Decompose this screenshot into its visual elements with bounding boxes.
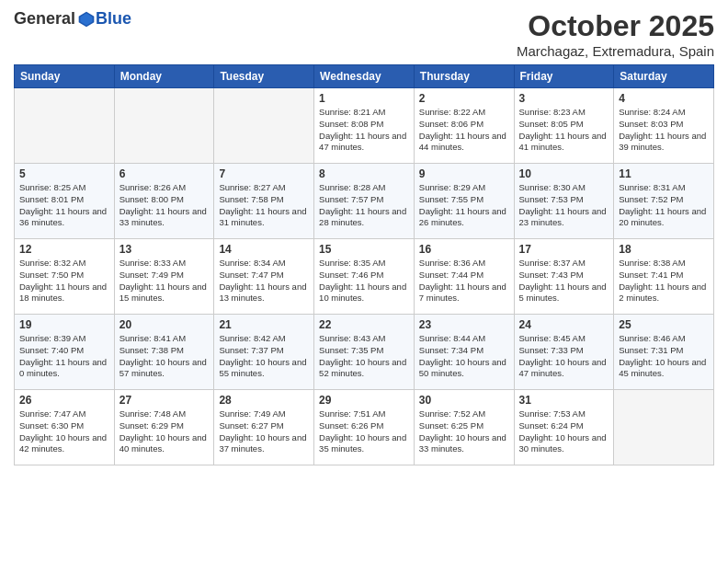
- logo-icon: [77, 10, 96, 29]
- day-info: Sunrise: 7:47 AMSunset: 6:30 PMDaylight:…: [19, 408, 109, 455]
- day-number: 21: [219, 318, 309, 331]
- day-info: Sunrise: 8:32 AMSunset: 7:50 PMDaylight:…: [19, 258, 109, 304]
- weekday-header: Thursday: [414, 65, 514, 88]
- calendar-cell: 19Sunrise: 8:39 AMSunset: 7:40 PMDayligh…: [15, 315, 115, 390]
- day-info: Sunrise: 8:31 AMSunset: 7:52 PMDaylight:…: [619, 182, 709, 229]
- day-number: 10: [519, 167, 609, 180]
- weekday-header: Saturday: [614, 65, 714, 88]
- calendar-cell: [114, 88, 214, 164]
- calendar-cell: 7Sunrise: 8:27 AMSunset: 7:58 PMDaylight…: [214, 164, 314, 239]
- calendar: SundayMondayTuesdayWednesdayThursdayFrid…: [14, 64, 714, 465]
- day-info: Sunrise: 8:21 AMSunset: 8:08 PMDaylight:…: [319, 107, 409, 154]
- day-number: 13: [119, 243, 210, 256]
- day-number: 7: [219, 167, 309, 180]
- day-info: Sunrise: 8:46 AMSunset: 7:31 PMDaylight:…: [619, 333, 709, 380]
- day-info: Sunrise: 8:22 AMSunset: 8:06 PMDaylight:…: [419, 107, 509, 154]
- calendar-cell: 2Sunrise: 8:22 AMSunset: 8:06 PMDaylight…: [414, 88, 514, 164]
- day-info: Sunrise: 8:34 AMSunset: 7:47 PMDaylight:…: [219, 258, 309, 304]
- calendar-cell: 18Sunrise: 8:38 AMSunset: 7:41 PMDayligh…: [614, 239, 714, 315]
- day-info: Sunrise: 8:36 AMSunset: 7:44 PMDaylight:…: [419, 258, 509, 304]
- day-number: 12: [19, 243, 109, 256]
- day-info: Sunrise: 8:33 AMSunset: 7:49 PMDaylight:…: [119, 258, 210, 304]
- day-number: 2: [419, 92, 509, 105]
- weekday-header: Friday: [514, 65, 614, 88]
- day-number: 31: [519, 394, 609, 407]
- day-number: 4: [619, 92, 709, 105]
- calendar-cell: 17Sunrise: 8:37 AMSunset: 7:43 PMDayligh…: [514, 239, 614, 315]
- day-info: Sunrise: 8:41 AMSunset: 7:38 PMDaylight:…: [119, 333, 210, 380]
- week-row: 5Sunrise: 8:25 AMSunset: 8:01 PMDaylight…: [15, 164, 714, 239]
- day-info: Sunrise: 7:53 AMSunset: 6:24 PMDaylight:…: [519, 408, 609, 455]
- calendar-cell: [614, 390, 714, 465]
- calendar-cell: 15Sunrise: 8:35 AMSunset: 7:46 PMDayligh…: [314, 239, 415, 315]
- day-info: Sunrise: 8:35 AMSunset: 7:46 PMDaylight:…: [319, 258, 409, 304]
- day-info: Sunrise: 7:51 AMSunset: 6:26 PMDaylight:…: [319, 408, 409, 455]
- day-number: 3: [519, 92, 609, 105]
- logo: General Blue: [14, 9, 131, 29]
- calendar-cell: 8Sunrise: 8:28 AMSunset: 7:57 PMDaylight…: [314, 164, 415, 239]
- weekday-header: Sunday: [15, 65, 115, 88]
- day-info: Sunrise: 8:44 AMSunset: 7:34 PMDaylight:…: [419, 333, 509, 380]
- calendar-cell: 28Sunrise: 7:49 AMSunset: 6:27 PMDayligh…: [214, 390, 314, 465]
- calendar-cell: 31Sunrise: 7:53 AMSunset: 6:24 PMDayligh…: [514, 390, 614, 465]
- calendar-cell: 9Sunrise: 8:29 AMSunset: 7:55 PMDaylight…: [414, 164, 514, 239]
- calendar-cell: 25Sunrise: 8:46 AMSunset: 7:31 PMDayligh…: [614, 315, 714, 390]
- day-number: 22: [319, 318, 409, 331]
- day-number: 9: [419, 167, 509, 180]
- day-number: 8: [319, 167, 409, 180]
- week-row: 1Sunrise: 8:21 AMSunset: 8:08 PMDaylight…: [15, 88, 714, 164]
- calendar-cell: 4Sunrise: 8:24 AMSunset: 8:03 PMDaylight…: [614, 88, 714, 164]
- logo-text-general: General: [14, 9, 75, 29]
- calendar-cell: 27Sunrise: 7:48 AMSunset: 6:29 PMDayligh…: [114, 390, 214, 465]
- calendar-cell: 12Sunrise: 8:32 AMSunset: 7:50 PMDayligh…: [15, 239, 115, 315]
- day-info: Sunrise: 7:52 AMSunset: 6:25 PMDaylight:…: [419, 408, 509, 455]
- weekday-header: Monday: [114, 65, 214, 88]
- day-number: 27: [119, 394, 210, 407]
- day-info: Sunrise: 8:45 AMSunset: 7:33 PMDaylight:…: [519, 333, 609, 380]
- day-number: 11: [619, 167, 709, 180]
- calendar-cell: 6Sunrise: 8:26 AMSunset: 8:00 PMDaylight…: [114, 164, 214, 239]
- calendar-cell: 14Sunrise: 8:34 AMSunset: 7:47 PMDayligh…: [214, 239, 314, 315]
- day-number: 14: [219, 243, 309, 256]
- weekday-header-row: SundayMondayTuesdayWednesdayThursdayFrid…: [15, 65, 714, 88]
- calendar-cell: 22Sunrise: 8:43 AMSunset: 7:35 PMDayligh…: [314, 315, 415, 390]
- header: General Blue October 2025 Marchagaz, Ext…: [14, 9, 714, 59]
- week-row: 26Sunrise: 7:47 AMSunset: 6:30 PMDayligh…: [15, 390, 714, 465]
- logo-text-blue: Blue: [96, 9, 131, 29]
- day-info: Sunrise: 8:38 AMSunset: 7:41 PMDaylight:…: [619, 258, 709, 304]
- week-row: 12Sunrise: 8:32 AMSunset: 7:50 PMDayligh…: [15, 239, 714, 315]
- calendar-cell: 3Sunrise: 8:23 AMSunset: 8:05 PMDaylight…: [514, 88, 614, 164]
- calendar-cell: 11Sunrise: 8:31 AMSunset: 7:52 PMDayligh…: [614, 164, 714, 239]
- day-number: 1: [319, 92, 409, 105]
- day-info: Sunrise: 8:39 AMSunset: 7:40 PMDaylight:…: [19, 333, 109, 380]
- calendar-cell: 20Sunrise: 8:41 AMSunset: 7:38 PMDayligh…: [114, 315, 214, 390]
- day-info: Sunrise: 8:30 AMSunset: 7:53 PMDaylight:…: [519, 182, 609, 229]
- day-number: 6: [119, 167, 210, 180]
- calendar-cell: 5Sunrise: 8:25 AMSunset: 8:01 PMDaylight…: [15, 164, 115, 239]
- day-info: Sunrise: 8:42 AMSunset: 7:37 PMDaylight:…: [219, 333, 309, 380]
- calendar-cell: 29Sunrise: 7:51 AMSunset: 6:26 PMDayligh…: [314, 390, 415, 465]
- day-info: Sunrise: 7:49 AMSunset: 6:27 PMDaylight:…: [219, 408, 309, 455]
- day-info: Sunrise: 8:25 AMSunset: 8:01 PMDaylight:…: [19, 182, 109, 229]
- calendar-cell: 24Sunrise: 8:45 AMSunset: 7:33 PMDayligh…: [514, 315, 614, 390]
- day-number: 5: [19, 167, 109, 180]
- day-number: 29: [319, 394, 409, 407]
- day-info: Sunrise: 8:24 AMSunset: 8:03 PMDaylight:…: [619, 107, 709, 154]
- day-number: 24: [519, 318, 609, 331]
- calendar-cell: 26Sunrise: 7:47 AMSunset: 6:30 PMDayligh…: [15, 390, 115, 465]
- calendar-cell: 10Sunrise: 8:30 AMSunset: 7:53 PMDayligh…: [514, 164, 614, 239]
- weekday-header: Wednesday: [314, 65, 415, 88]
- day-info: Sunrise: 8:27 AMSunset: 7:58 PMDaylight:…: [219, 182, 309, 229]
- day-number: 18: [619, 243, 709, 256]
- day-number: 17: [519, 243, 609, 256]
- day-number: 15: [319, 243, 409, 256]
- calendar-cell: 1Sunrise: 8:21 AMSunset: 8:08 PMDaylight…: [314, 88, 415, 164]
- calendar-cell: 13Sunrise: 8:33 AMSunset: 7:49 PMDayligh…: [114, 239, 214, 315]
- location-title: Marchagaz, Extremadura, Spain: [517, 43, 714, 59]
- day-info: Sunrise: 8:23 AMSunset: 8:05 PMDaylight:…: [519, 107, 609, 154]
- day-number: 30: [419, 394, 509, 407]
- day-number: 19: [19, 318, 109, 331]
- calendar-cell: 16Sunrise: 8:36 AMSunset: 7:44 PMDayligh…: [414, 239, 514, 315]
- title-block: October 2025 Marchagaz, Extremadura, Spa…: [517, 9, 714, 59]
- day-info: Sunrise: 8:29 AMSunset: 7:55 PMDaylight:…: [419, 182, 509, 229]
